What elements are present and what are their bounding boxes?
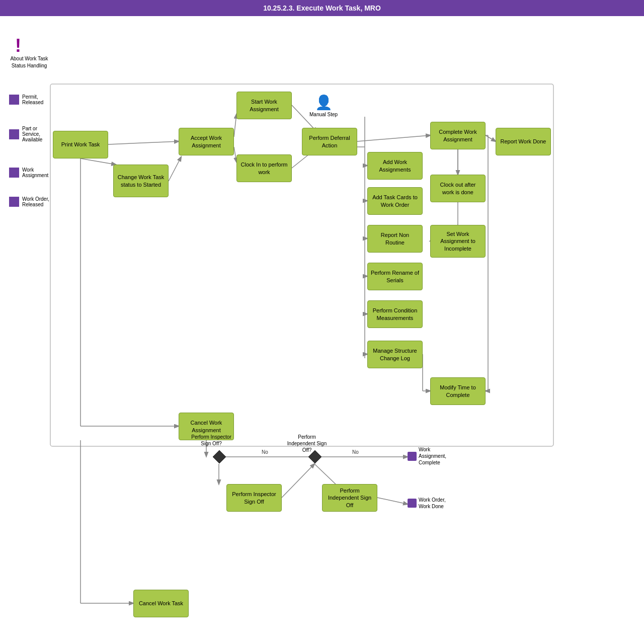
accept-work-assignment[interactable]: Accept Work Assignment [179, 128, 234, 155]
decision-inspector-label: Perform Inspector Sign Off? [189, 434, 234, 447]
person-icon: 👤 [315, 94, 333, 111]
legend-part: Part orService,Available [9, 126, 42, 142]
about-label[interactable]: About Work Task Status Handling [9, 55, 49, 69]
cancel-work-task[interactable]: Cancel Work Task [133, 590, 189, 617]
perform-rename[interactable]: Perform Rename of Serials [367, 263, 423, 290]
end-work-assignment-complete: WorkAssignment,Complete [408, 446, 446, 466]
decision-independent-label: Perform Independent Sign Off? [284, 434, 330, 453]
modify-time[interactable]: Modify Time to Complete [430, 377, 486, 405]
perform-inspector-sign-off[interactable]: Perform Inspector Sign Off [226, 484, 282, 512]
legend-label-permit: Permit,Released [22, 94, 43, 105]
manual-step-label: Manual Step [309, 112, 338, 117]
svg-text:No: No [352, 449, 359, 455]
legend-label-work-order: Work Order,Released [22, 196, 49, 207]
report-non-routine[interactable]: Report Non Routine [367, 225, 423, 253]
report-work-done[interactable]: Report Work Done [496, 128, 551, 155]
print-work-task[interactable]: Print Work Task [53, 131, 108, 158]
end-label-work-order: Work Order,Work Done [419, 497, 446, 510]
svg-line-2 [80, 158, 116, 165]
manual-step: 👤 Manual Step [309, 94, 338, 117]
legend-box-permit [9, 95, 19, 105]
svg-marker-40 [213, 450, 226, 463]
svg-line-1 [108, 141, 179, 144]
svg-line-36 [377, 498, 408, 504]
add-work-assignments[interactable]: Add Work Assignments [367, 152, 423, 180]
legend-box-work-order [9, 197, 19, 207]
end-node-work-order [408, 499, 417, 508]
complete-work-assignment[interactable]: Complete Work Assignment [430, 122, 486, 149]
clock-in[interactable]: Clock In to perform work [236, 154, 292, 182]
legend-box-work-assignment [9, 168, 19, 178]
legend-label-part: Part orService,Available [22, 126, 42, 142]
legend-box-part [9, 129, 19, 139]
svg-line-8 [357, 135, 430, 141]
about-icon: ! [15, 35, 21, 56]
end-work-order-done: Work Order,Work Done [408, 497, 446, 510]
legend-label-work-assignment: WorkAssignment [22, 167, 48, 178]
svg-line-35 [282, 464, 314, 498]
legend-work-order: Work Order,Released [9, 196, 49, 207]
legend-permit: Permit,Released [9, 94, 43, 105]
canvas: No No ! About Work Task Status Handling … [0, 16, 644, 644]
start-work-assignment[interactable]: Start Work Assignment [236, 92, 292, 119]
end-label-work-assignment: WorkAssignment,Complete [419, 446, 446, 466]
clock-out[interactable]: Clock out after work is done [430, 175, 486, 202]
legend-work-assignment: WorkAssignment [9, 167, 48, 178]
perform-deferral[interactable]: Perform Deferral Action [302, 128, 357, 155]
perform-independent-sign-off[interactable]: Perform Independent Sign Off [322, 484, 377, 512]
svg-line-17 [486, 135, 496, 141]
manage-structure[interactable]: Manage Structure Change Log [367, 341, 423, 368]
svg-text:No: No [262, 449, 268, 455]
add-task-cards[interactable]: Add Task Cards to Work Order [367, 187, 423, 215]
diamond-inspector [212, 449, 227, 465]
header: 10.25.2.3. Execute Work Task, MRO [0, 0, 644, 16]
set-work-assignment[interactable]: Set Work Assignment to Incomplete [430, 225, 486, 258]
perform-condition[interactable]: Perform Condition Measurements [367, 300, 423, 328]
svg-line-3 [169, 157, 181, 181]
change-work-task[interactable]: Change Work Task status to Started [113, 165, 169, 197]
end-node-work-assignment [408, 452, 417, 461]
